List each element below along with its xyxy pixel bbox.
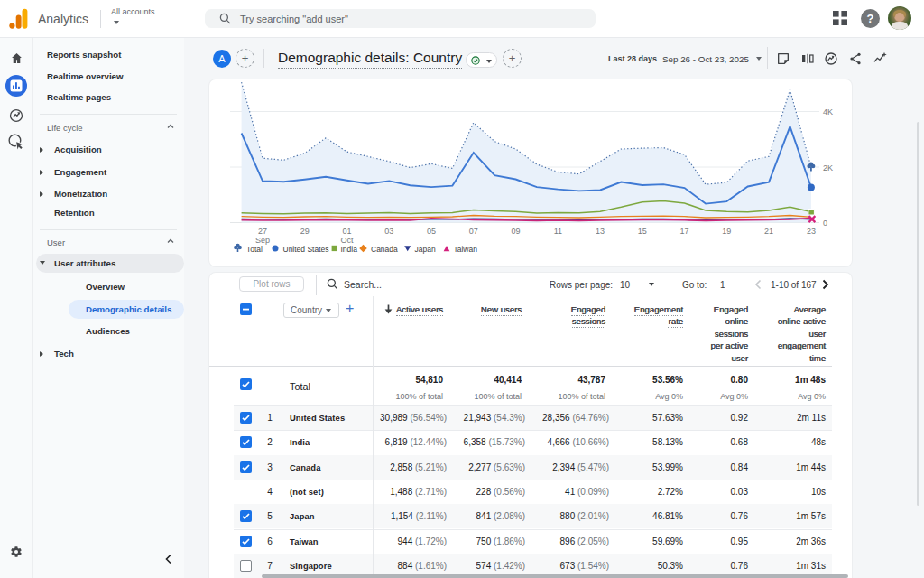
svg-text:17: 17 <box>680 227 689 236</box>
svg-text:09: 09 <box>511 227 520 236</box>
svg-text:United States: United States <box>283 245 329 254</box>
svg-text:0: 0 <box>823 219 827 228</box>
svg-text:23: 23 <box>807 227 816 236</box>
svg-text:India: India <box>341 245 358 254</box>
svg-text:05: 05 <box>427 227 436 236</box>
svg-text:Total: Total <box>246 245 263 254</box>
svg-text:2K: 2K <box>823 163 833 172</box>
svg-text:15: 15 <box>638 227 647 236</box>
svg-text:07: 07 <box>469 227 478 236</box>
svg-text:13: 13 <box>596 227 605 236</box>
svg-text:11: 11 <box>554 227 562 236</box>
svg-text:Japan: Japan <box>415 245 436 254</box>
svg-text:Oct: Oct <box>340 236 354 245</box>
svg-text:Canada: Canada <box>371 245 398 254</box>
svg-text:01: 01 <box>342 227 351 236</box>
svg-text:19: 19 <box>722 227 731 236</box>
svg-text:27: 27 <box>258 227 267 236</box>
svg-text:Sep: Sep <box>255 236 270 245</box>
svg-text:4K: 4K <box>823 107 833 117</box>
svg-text:21: 21 <box>764 227 773 236</box>
svg-text:03: 03 <box>384 227 393 236</box>
svg-text:Taiwan: Taiwan <box>454 245 478 254</box>
svg-text:29: 29 <box>300 227 310 236</box>
